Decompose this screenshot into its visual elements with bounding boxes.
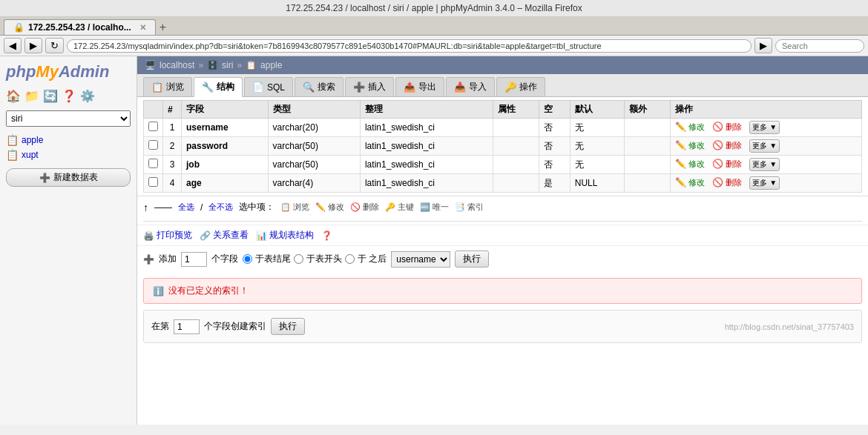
settings-icon[interactable]: ⚙️ bbox=[80, 89, 95, 103]
edit-link-0[interactable]: 修改 bbox=[688, 122, 705, 131]
nav-bar: ◀ ▶ ↻ ▶ bbox=[0, 36, 868, 56]
separator-line: —— bbox=[154, 202, 172, 213]
back-button[interactable]: ◀ bbox=[4, 38, 22, 53]
after-radio[interactable] bbox=[345, 254, 355, 264]
primary-action[interactable]: 🔑 主键 bbox=[385, 202, 414, 213]
breadcrumb-table[interactable]: apple bbox=[260, 60, 282, 70]
row-num-1: 2 bbox=[163, 137, 182, 156]
database-select[interactable]: siri bbox=[6, 110, 131, 127]
row-extra-2 bbox=[624, 156, 670, 174]
tab-sql[interactable]: 📄 SQL bbox=[244, 77, 293, 96]
more-button-3[interactable]: 更多 ▼ bbox=[749, 176, 780, 190]
refresh-icon[interactable]: 🔄 bbox=[43, 89, 58, 103]
tab-structure-label: 结构 bbox=[217, 81, 234, 93]
delete-link-1[interactable]: 删除 bbox=[726, 141, 742, 150]
more-button-2[interactable]: 更多 ▼ bbox=[749, 158, 780, 171]
browse-action-label: 浏览 bbox=[293, 202, 309, 213]
tab-label: 172.25.254.23 / localho... bbox=[28, 22, 131, 33]
row-checkbox-0[interactable] bbox=[144, 119, 163, 137]
url-bar[interactable] bbox=[67, 39, 752, 53]
close-icon[interactable]: ✕ bbox=[139, 23, 146, 33]
tab-search[interactable]: 🔍 搜索 bbox=[295, 77, 343, 96]
table-container: # 字段 类型 整理 属性 空 默认 额外 操作 1 username varc… bbox=[137, 97, 868, 196]
logo-admin: Admin bbox=[59, 62, 109, 81]
at-end-radio[interactable] bbox=[243, 254, 252, 264]
row-num-2: 3 bbox=[163, 156, 182, 174]
propose-table-link[interactable]: 📊 规划表结构 bbox=[256, 229, 314, 242]
index-execute-button[interactable]: 执行 bbox=[271, 318, 305, 335]
edit-action-icon: ✏️ bbox=[315, 202, 326, 212]
relation-view-link[interactable]: 🔗 关系查看 bbox=[200, 229, 249, 242]
alert-box: ℹ️ 没有已定义的索引！ bbox=[143, 278, 862, 304]
propose-table-label: 规划表结构 bbox=[269, 229, 314, 242]
col-action: 操作 bbox=[670, 101, 861, 119]
table-item-xupt[interactable]: 📋 xupt bbox=[6, 147, 131, 162]
edit-link-1[interactable]: 修改 bbox=[688, 141, 705, 150]
tab-import-label: 导入 bbox=[469, 81, 487, 93]
index-action[interactable]: 📑 索引 bbox=[455, 202, 484, 213]
row-extra-3 bbox=[624, 174, 670, 193]
new-tab-button[interactable]: + bbox=[156, 21, 170, 34]
tab-import[interactable]: 📥 导入 bbox=[446, 77, 495, 96]
search-input[interactable] bbox=[775, 39, 864, 53]
bottom-toolbar: ↑ —— 全选 / 全不选 选中项： 📋 浏览 ✏️ 修改 🚫 删除 🔑 主键 bbox=[137, 196, 868, 218]
delete-link-2[interactable]: 删除 bbox=[726, 159, 742, 168]
more-button-0[interactable]: 更多 ▼ bbox=[749, 121, 780, 134]
add-execute-button[interactable]: 执行 bbox=[455, 250, 489, 268]
table-item-apple[interactable]: 📋 apple bbox=[6, 133, 131, 147]
after-field-select[interactable]: username bbox=[391, 251, 450, 268]
uncheck-all-link[interactable]: 全不选 bbox=[208, 202, 233, 213]
row-checkbox-3[interactable] bbox=[144, 174, 163, 193]
edit-link-3[interactable]: 修改 bbox=[688, 178, 705, 187]
tab-structure[interactable]: 🔧 结构 bbox=[194, 77, 243, 97]
print-preview-link[interactable]: 🖨️ 打印预览 bbox=[143, 229, 192, 242]
table-name-apple: apple bbox=[22, 135, 43, 145]
delete-link-3[interactable]: 删除 bbox=[726, 178, 742, 187]
add-label: 添加 bbox=[159, 253, 177, 265]
help-icon[interactable]: ❓ bbox=[62, 89, 76, 103]
row-checkbox-1[interactable] bbox=[144, 137, 163, 156]
help-question: ❓ bbox=[321, 230, 332, 241]
col-type: 类型 bbox=[268, 101, 360, 119]
row-checkbox-2[interactable] bbox=[144, 156, 163, 174]
table-icon-bc: 📋 bbox=[246, 60, 257, 70]
browser-tab[interactable]: 🔒 172.25.254.23 / localho... ✕ bbox=[4, 19, 156, 35]
primary-label: 主键 bbox=[398, 202, 414, 213]
breadcrumb-server[interactable]: localhost bbox=[160, 60, 194, 70]
col-null: 空 bbox=[539, 101, 570, 119]
home-icon[interactable]: 🏠 bbox=[6, 89, 21, 103]
refresh-button[interactable]: ↻ bbox=[45, 38, 64, 53]
forward-button[interactable]: ▶ bbox=[24, 38, 42, 53]
content-area: 🖥️ localhost » 🗄️ siri » 📋 apple 📋 浏览 🔧 … bbox=[137, 56, 868, 425]
add-column-row: ➕ 添加 个字段 于表结尾 于表开头 于 之后 username 执行 bbox=[137, 245, 868, 272]
table-row: 1 username varchar(20) latin1_swedish_ci… bbox=[144, 119, 862, 137]
tab-export[interactable]: 📤 导出 bbox=[395, 77, 444, 96]
row-type-2: varchar(50) bbox=[268, 156, 360, 174]
edit-link-2[interactable]: 修改 bbox=[688, 159, 705, 168]
relation-icon: 🔗 bbox=[200, 230, 211, 241]
index-count-input[interactable] bbox=[174, 319, 200, 334]
delete-link-0[interactable]: 删除 bbox=[726, 122, 742, 131]
breadcrumb-db[interactable]: siri bbox=[222, 60, 233, 70]
print-preview-label: 打印预览 bbox=[157, 229, 192, 242]
browse-action[interactable]: 📋 浏览 bbox=[280, 202, 309, 213]
up-arrow: ↑ bbox=[143, 202, 148, 213]
db-icon[interactable]: 📁 bbox=[24, 89, 39, 103]
row-attributes-1 bbox=[493, 137, 539, 156]
go-button[interactable]: ▶ bbox=[754, 38, 772, 53]
new-table-button[interactable]: ➕ 新建数据表 bbox=[6, 168, 131, 187]
edit-action[interactable]: ✏️ 修改 bbox=[315, 202, 344, 213]
relation-view-label: 关系查看 bbox=[213, 229, 249, 242]
unique-action[interactable]: 🔤 唯一 bbox=[420, 202, 449, 213]
delete-action[interactable]: 🚫 删除 bbox=[350, 202, 379, 213]
add-count-input[interactable] bbox=[181, 252, 207, 267]
tab-icon: 🔒 bbox=[13, 22, 24, 33]
tab-insert[interactable]: ➕ 插入 bbox=[345, 77, 394, 96]
table-icon-2: 📋 bbox=[6, 149, 19, 161]
check-all-link[interactable]: 全选 bbox=[178, 202, 194, 213]
tab-browse[interactable]: 📋 浏览 bbox=[143, 77, 192, 96]
propose-icon: 📊 bbox=[256, 230, 267, 241]
tab-operations[interactable]: 🔑 操作 bbox=[496, 77, 545, 96]
more-button-1[interactable]: 更多 ▼ bbox=[749, 139, 780, 153]
at-begin-radio[interactable] bbox=[294, 254, 303, 264]
